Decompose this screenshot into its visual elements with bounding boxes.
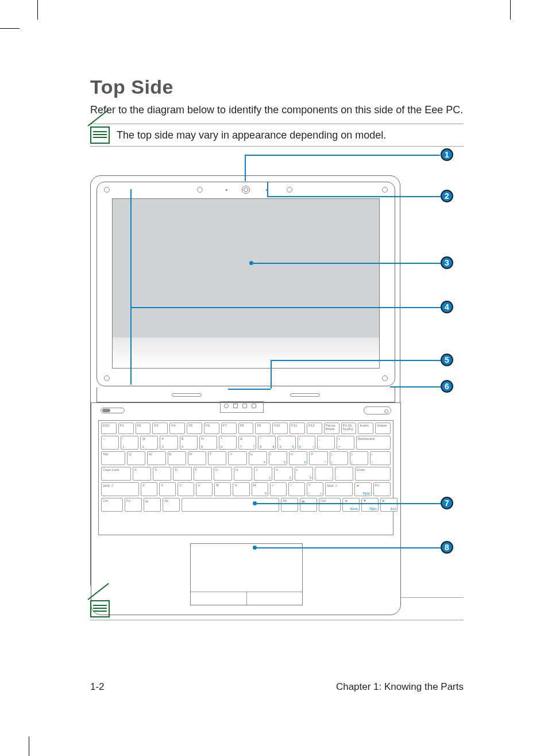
display-panel [112,198,380,369]
key: :;- [315,467,333,481]
key: M0 [252,482,268,496]
key: Alt [281,498,298,512]
key: ▤ [300,498,317,512]
callout-6: 6 [441,380,453,393]
key: #3 [160,436,177,450]
key: %5 [199,436,217,450]
laptop-lid [97,182,395,386]
page-footer: 1-2 Chapter 1: Knowing the Parts [90,681,464,693]
note-icon [90,126,110,144]
key: ESC [101,423,117,434]
key: $4 [180,436,198,450]
note-box-1: The top side may vary in appearance depe… [90,124,464,147]
key: A [133,467,151,481]
key: O6 [289,451,307,465]
key: K2 [274,467,292,481]
key: <, [270,482,287,496]
key: Fn [125,498,142,512]
key: X [159,482,176,496]
key: Enter [355,467,391,481]
key: ▼PgDn [361,498,379,512]
key: Fn [373,482,391,496]
key: E [168,451,186,465]
key: I5 [269,451,287,465]
key: F5 [187,423,202,434]
key: Shift ⇧ [325,482,353,496]
key: F7 [221,423,237,434]
key: Caps Lock [101,467,131,481]
key: F1 [118,423,134,434]
key: G [214,467,232,481]
key: U4 [249,451,267,465]
key: ▲PgUp [354,482,372,496]
key: Prt Sc SysRq [341,423,357,434]
key: W [147,451,165,465]
key: F6 [204,423,219,434]
page-number: 1-2 [90,681,105,693]
laptop-base: ESCF1F2F3F4F5F6F7F8F9F10F11F12Pause Brea… [91,402,401,615]
key: Ctrl [101,498,123,512]
key: F8 [238,423,254,434]
power-button [364,406,391,415]
mic-dot-left [226,189,227,191]
key: ►End [380,498,398,512]
key: Q [127,451,145,465]
key: N [233,482,249,496]
camera-icon [242,186,250,194]
key: S [153,467,171,481]
keyboard: ESCF1F2F3F4F5F6F7F8F9F10F11F12Pause Brea… [98,420,393,535]
key: ?/+ [307,482,323,496]
wireless-switch [101,408,125,413]
key: !1 [121,436,138,450]
key: Ctrl [319,498,341,512]
key: V [196,482,213,496]
key: _- [317,436,335,450]
key: Tab [101,451,125,465]
intro-text: Refer to the diagram below to identify t… [90,103,464,117]
hinge-bar [97,387,395,402]
callout-3: 3 [441,256,453,269]
key: F9 [255,423,271,434]
callout-4: 4 [441,301,453,313]
callout-8: 8 [441,541,453,554]
chapter-title: Chapter 1: Knowing the Parts [336,681,464,693]
key: Delete [375,423,391,434]
callout-7: 7 [441,497,453,509]
key: F10 [272,423,288,434]
key: >. [288,482,305,496]
status-leds [220,401,264,413]
key: C [177,482,194,496]
note-text-1: The top side may vary in appearance depe… [117,129,386,141]
laptop-outline: ESCF1F2F3F4F5F6F7F8F9F10F11F12Pause Brea… [90,175,400,594]
key: "' [335,467,353,481]
key: B [214,482,231,496]
note-icon [90,600,110,617]
key: T [208,451,226,465]
key: ◄Home [342,498,360,512]
key: @2 [140,436,158,450]
key: Y [228,451,246,465]
callout-1: 1 [441,148,453,161]
key: Insert [358,423,373,434]
page-title: Top Side [90,76,464,98]
key: (99 [277,436,295,450]
key: D [173,467,191,481]
top-side-diagram: ESCF1F2F3F4F5F6F7F8F9F10F11F12Pause Brea… [90,155,461,597]
key: Shift ⇧ [101,482,139,496]
key: P* [309,451,327,465]
key: Alt [163,498,180,512]
key: F [194,467,212,481]
key: Pause Break [324,423,339,434]
key: ~` [101,436,119,450]
key: Z [141,482,157,496]
key: ⊞ [144,498,161,512]
key: F4 [169,423,185,434]
key [182,498,279,512]
key: F2 [136,423,151,434]
key: F11 [290,423,305,434]
key: Backspace [356,436,391,450]
key: L3 [295,467,313,481]
callout-5: 5 [441,354,453,366]
key: += [337,436,354,450]
key: *88 [258,436,276,450]
